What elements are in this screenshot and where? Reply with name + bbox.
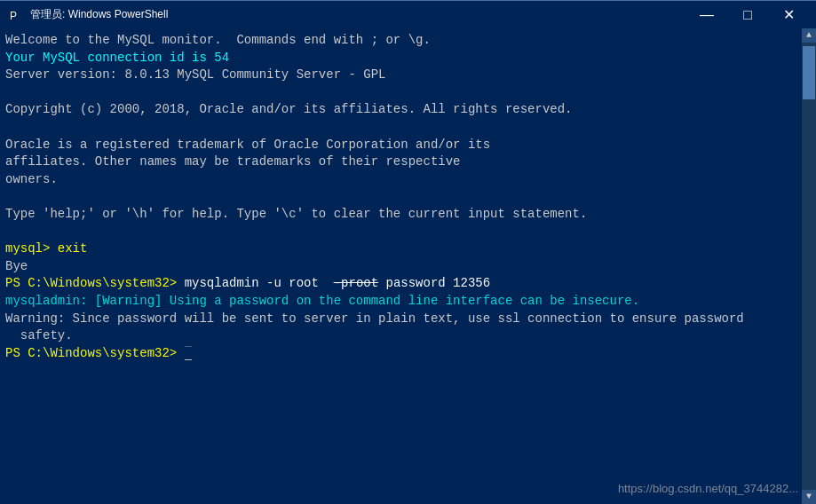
line-10 (5, 188, 811, 206)
line-5: Copyright (c) 2000, 2018, Oracle and/or … (5, 101, 811, 119)
app-icon: P (7, 6, 25, 24)
line-12 (5, 224, 811, 241)
line-6 (5, 119, 811, 137)
line-14: Bye (5, 258, 811, 276)
window-controls: — □ ✕ (686, 1, 809, 29)
scroll-thumb[interactable] (803, 46, 815, 99)
scroll-up-button[interactable]: ▲ (802, 28, 816, 43)
line-11: Type 'help;' or '\h' for help. Type '\c'… (5, 206, 811, 224)
titlebar: P 管理员: Windows PowerShell — □ ✕ (0, 0, 816, 28)
line-8: affiliates. Other names may be trademark… (5, 154, 811, 171)
line-18: safety. (5, 327, 811, 345)
line-16: mysqladmin: [Warning] Using a password o… (5, 293, 811, 311)
line-17: Warning: Since password will be sent to … (5, 311, 811, 328)
watermark: https://blog.csdn.net/qq_3744282... (618, 481, 798, 497)
terminal-output: Welcome to the MySQL monitor. Commands e… (5, 32, 811, 362)
line-4 (5, 84, 811, 102)
line-15: PS C:\Windows\system32> mysqladmin -u ro… (5, 275, 811, 293)
scroll-down-button[interactable]: ▼ (802, 490, 816, 504)
minimize-button[interactable]: — (686, 1, 727, 29)
window-title: 管理员: Windows PowerShell (30, 7, 686, 22)
line-13: mysql> exit (5, 240, 811, 258)
svg-text:P: P (10, 10, 17, 22)
line-3: Server version: 8.0.13 MySQL Community S… (5, 67, 811, 84)
line-2: Your MySQL connection id is 54 (5, 50, 811, 67)
line-1: Welcome to the MySQL monitor. Commands e… (5, 32, 811, 50)
terminal-area[interactable]: Welcome to the MySQL monitor. Commands e… (0, 28, 816, 504)
line-7: Oracle is a registered trademark of Orac… (5, 137, 811, 154)
maximize-button[interactable]: □ (727, 1, 768, 29)
close-button[interactable]: ✕ (768, 1, 809, 29)
line-19: PS C:\Windows\system32> █ (5, 345, 811, 363)
scrollbar[interactable]: ▲ ▼ (802, 28, 816, 504)
line-9: owners. (5, 171, 811, 189)
